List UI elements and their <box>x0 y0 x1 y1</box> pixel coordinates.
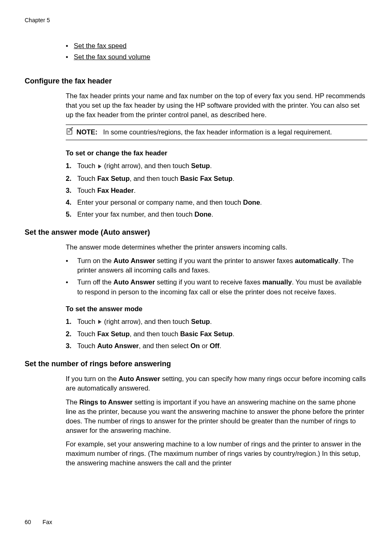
bold-text: manually <box>263 278 292 286</box>
bold-text: Auto Answer <box>118 375 160 382</box>
text: Enter your fax number, and then touch <box>77 210 194 218</box>
note-box: NOTE: In some countries/regions, the fax… <box>66 125 367 140</box>
text: , and then select <box>139 342 191 349</box>
heading-set-answer-mode: Set the answer mode (Auto answer) <box>25 227 367 238</box>
text: If you turn on the <box>66 375 118 382</box>
text: Touch <box>77 318 97 325</box>
step-text: Touch Fax Setup, and then touch Basic Fa… <box>77 174 367 183</box>
step-text: Touch Fax Setup, and then touch Basic Fa… <box>77 329 367 339</box>
bullet-text: Turn off the Auto Answer setting if you … <box>77 277 367 296</box>
bold-text: Auto Answer <box>97 342 139 349</box>
text: setting if you want to receive faxes <box>155 278 262 286</box>
text: . <box>260 199 262 206</box>
paragraph: If you turn on the Auto Answer setting, … <box>66 374 367 393</box>
note-body <box>99 128 103 136</box>
step-text: Touch Fax Header. <box>77 186 367 195</box>
bold-text: Basic Fax Setup <box>180 175 232 182</box>
text: or <box>200 342 210 349</box>
paragraph: The fax header prints your name and fax … <box>66 91 367 120</box>
text: setting if you want the printer to answe… <box>155 257 295 264</box>
right-arrow-icon <box>97 162 102 171</box>
link-item: • Set the fax speed <box>66 41 367 51</box>
text: Touch <box>77 342 97 349</box>
text: , and then touch <box>129 175 180 182</box>
text: . <box>134 187 136 194</box>
bullet-item: • Turn on the Auto Answer setting if you… <box>66 256 367 275</box>
link-set-fax-speed[interactable]: Set the fax speed <box>74 42 127 49</box>
text: , and then touch <box>129 330 180 337</box>
step-number: 2. <box>66 174 77 183</box>
footer-section: Fax <box>43 518 52 527</box>
text: Turn off the <box>77 278 113 286</box>
bold-text: Fax Setup <box>97 330 130 337</box>
step-2: 2. Touch Fax Setup, and then touch Basic… <box>66 329 367 339</box>
bullet: • <box>66 256 77 275</box>
text: Touch <box>77 162 97 169</box>
section-body: If you turn on the Auto Answer setting, … <box>66 374 367 468</box>
step-text: Enter your personal or company name, and… <box>77 198 367 207</box>
bullet-text: Turn on the Auto Answer setting if you w… <box>77 256 367 275</box>
bold-text: On <box>190 342 200 349</box>
paragraph: The answer mode determines whether the p… <box>66 243 367 252</box>
link-item: • Set the fax sound volume <box>66 52 367 62</box>
step-number: 5. <box>66 210 77 219</box>
bullet: • <box>66 41 72 51</box>
bold-text: Rings to Answer <box>79 398 133 406</box>
step-text: Touch (right arrow), and then touch Setu… <box>77 161 367 171</box>
bold-text: Off <box>210 342 219 349</box>
heading-set-rings-before-answering: Set the number of rings before answering <box>25 359 367 369</box>
step-3: 3. Touch Auto Answer, and then select On… <box>66 341 367 351</box>
step-number: 1. <box>66 161 77 171</box>
text: . <box>233 330 235 337</box>
step-1: 1. Touch (right arrow), and then touch S… <box>66 161 367 171</box>
note-body: In some countries/regions, the fax heade… <box>103 128 332 136</box>
right-arrow-icon <box>97 317 102 327</box>
bold-text: Fax Header <box>97 187 134 194</box>
link-set-fax-sound-volume[interactable]: Set the fax sound volume <box>74 53 150 60</box>
bold-text: automatically <box>295 257 338 264</box>
step-5: 5. Enter your fax number, and then touch… <box>66 210 367 219</box>
paragraph: For example, set your answering machine … <box>66 439 367 468</box>
text: Touch <box>77 187 97 194</box>
step-text: Touch Auto Answer, and then select On or… <box>77 341 367 351</box>
bold-text: Done <box>243 199 260 206</box>
step-number: 4. <box>66 198 77 207</box>
text: . <box>219 342 221 349</box>
step-3: 3. Touch Fax Header. <box>66 186 367 195</box>
text: . <box>212 210 214 218</box>
section-body: The fax header prints your name and fax … <box>66 91 367 219</box>
text: Turn on the <box>77 257 113 264</box>
text: . <box>210 318 212 325</box>
bold-text: Auto Answer <box>113 257 155 264</box>
note-icon <box>66 127 73 137</box>
step-1: 1. Touch (right arrow), and then touch S… <box>66 317 367 327</box>
step-number: 1. <box>66 317 77 327</box>
heading-configure-fax-header: Configure the fax header <box>25 76 367 86</box>
step-number: 2. <box>66 329 77 339</box>
note-label: NOTE: <box>76 128 97 136</box>
section-body: The answer mode determines whether the p… <box>66 243 367 351</box>
bold-text: Fax Setup <box>97 175 130 182</box>
note-text: NOTE: In some countries/regions, the fax… <box>76 127 332 137</box>
text: The <box>66 398 79 406</box>
page-number: 60 <box>25 518 31 527</box>
step-text: Enter your fax number, and then touch Do… <box>77 210 367 219</box>
text: Touch <box>77 330 97 337</box>
top-links-list: • Set the fax speed • Set the fax sound … <box>66 41 367 62</box>
bold-text: Auto Answer <box>113 278 155 286</box>
step-2: 2. Touch Fax Setup, and then touch Basic… <box>66 174 367 183</box>
bullet-item: • Turn off the Auto Answer setting if yo… <box>66 277 367 296</box>
text: (right arrow), and then touch <box>102 162 191 169</box>
procedure-heading: To set or change the fax header <box>66 148 367 158</box>
bullet: • <box>66 52 72 62</box>
text: Enter your personal or company name, and… <box>77 199 243 206</box>
chapter-header: Chapter 5 <box>25 16 367 25</box>
bold-text: Done <box>194 210 211 218</box>
text: . <box>210 162 212 169</box>
paragraph: The Rings to Answer setting is important… <box>66 397 367 435</box>
step-number: 3. <box>66 341 77 351</box>
text: (right arrow), and then touch <box>102 318 191 325</box>
page-footer: 60 Fax <box>25 518 52 527</box>
bold-text: Setup <box>191 162 210 169</box>
bullet: • <box>66 277 77 296</box>
